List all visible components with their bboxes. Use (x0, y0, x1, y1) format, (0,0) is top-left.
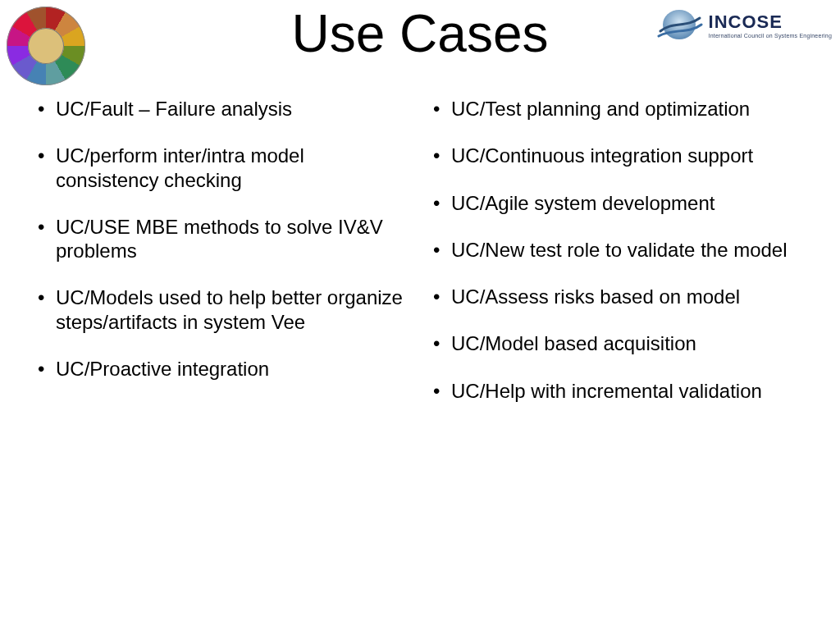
incose-brand: INCOSE (709, 11, 832, 33)
incose-text-block: INCOSE International Council on Systems … (709, 11, 832, 39)
list-item: UC/New test role to validate the model (428, 238, 807, 262)
list-item: UC/Fault – Failure analysis (33, 97, 412, 121)
incose-tagline: International Council on Systems Enginee… (709, 33, 832, 39)
incose-logo: INCOSE International Council on Systems … (655, 7, 832, 43)
list-item: UC/USE MBE methods to solve IV&V problem… (33, 215, 412, 263)
slide-body: UC/Fault – Failure analysis UC/perform i… (0, 90, 840, 426)
list-item: UC/Models used to help better organize s… (33, 285, 412, 334)
list-item: UC/Proactive integration (33, 357, 412, 381)
list-item: UC/Agile system development (428, 191, 807, 215)
list-item: UC/Model based acquisition (428, 331, 807, 355)
left-bullet-list: UC/Fault – Failure analysis UC/perform i… (33, 97, 412, 381)
list-item: UC/Assess risks based on model (428, 285, 807, 308)
list-item: UC/Help with incremental validation (428, 379, 807, 403)
list-item: UC/Test planning and optimization (428, 97, 807, 121)
slide: Use Cases INCOSE Internation (0, 0, 840, 630)
right-column: UC/Test planning and optimization UC/Con… (428, 97, 807, 426)
left-column: UC/Fault – Failure analysis UC/perform i… (33, 97, 412, 426)
right-bullet-list: UC/Test planning and optimization UC/Con… (428, 97, 807, 403)
list-item: UC/perform inter/intra model consistency… (33, 144, 412, 192)
slide-header: Use Cases INCOSE Internation (0, 0, 840, 90)
globe-swirl-icon (655, 7, 703, 43)
list-item: UC/Continuous integration support (428, 144, 807, 167)
